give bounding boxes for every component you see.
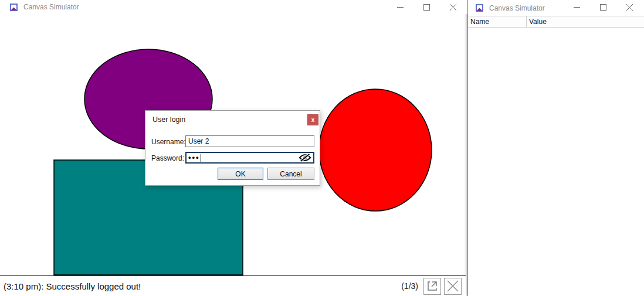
close-icon[interactable] [616,0,643,14]
password-label: Password: [151,154,184,162]
dismiss-x-icon [446,280,459,292]
red-circle[interactable] [319,89,432,211]
left-titlebar: Canvas Simulator [0,0,467,14]
app-logo-icon [475,4,484,12]
password-field[interactable]: ••• [185,152,314,164]
open-external-icon [426,280,438,292]
status-message: (3:10 pm): Successfully logged out! [4,281,401,291]
eye-slash-icon [299,153,311,162]
open-external-button[interactable] [423,278,441,295]
dismiss-status-button[interactable] [444,278,462,295]
page-indicator: (1/3) [401,281,418,291]
minimize-icon[interactable] [387,0,413,14]
username-field[interactable] [185,135,314,147]
property-table-body [468,28,644,296]
dialog-title: User login [152,115,185,124]
toggle-password-visibility-button[interactable] [299,153,311,162]
left-window-controls [387,0,466,14]
inspector-window: Canvas Simulator Name Value [467,0,644,296]
window-title: Canvas Simulator [23,3,79,11]
dialog-close-button[interactable]: x [307,114,318,125]
ok-button[interactable]: OK [218,168,263,180]
cancel-button[interactable]: Cancel [267,168,314,180]
right-window-controls [564,0,643,14]
right-titlebar: Canvas Simulator [468,0,644,16]
app-logo-icon [9,3,18,12]
user-login-dialog: User login x Username: Password: ••• OK … [145,110,320,186]
window-title: Canvas Simulator [489,4,545,12]
password-masked-text: ••• [188,153,200,162]
username-label: Username: [151,138,186,146]
status-bar: (3:10 pm): Successfully logged out! (1/3… [0,275,466,296]
minimize-icon[interactable] [564,0,590,14]
maximize-icon[interactable] [413,0,440,14]
close-icon[interactable] [440,0,466,14]
maximize-icon[interactable] [590,0,616,14]
property-table-header: Name Value [468,16,644,28]
text-caret [201,154,201,162]
column-header-value[interactable]: Value [527,16,644,27]
column-header-name[interactable]: Name [468,16,527,27]
